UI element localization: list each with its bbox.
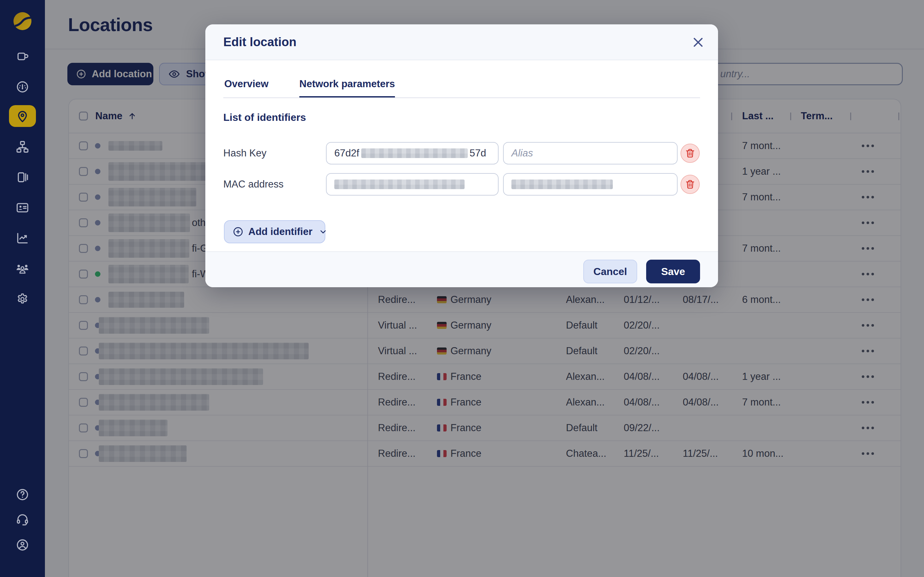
alias-placeholder: Alias: [511, 147, 533, 159]
tab-label: Overview: [224, 78, 268, 89]
chart-icon[interactable]: [15, 231, 29, 245]
people-icon[interactable]: [15, 261, 29, 276]
identifier-row-hashkey: Hash Key 67d2f 57d Alias: [223, 142, 700, 164]
brand-logo[interactable]: [13, 12, 31, 30]
help-icon[interactable]: [15, 488, 29, 502]
section-title: List of identifiers: [223, 111, 700, 123]
close-icon[interactable]: [691, 35, 705, 49]
alias-input[interactable]: Alias: [503, 142, 678, 164]
delete-identifier-button[interactable]: [680, 175, 700, 194]
save-button[interactable]: Save: [646, 259, 700, 284]
tabs-baseline: [223, 97, 700, 98]
tab-overview[interactable]: Overview: [224, 78, 268, 98]
mac-address-input[interactable]: [326, 173, 499, 195]
mug-icon[interactable]: [15, 49, 29, 63]
cancel-button[interactable]: Cancel: [583, 259, 637, 284]
edit-location-modal: Edit location Overview Network parameter…: [205, 24, 718, 287]
delete-identifier-button[interactable]: [680, 143, 700, 163]
modal-tabs: Overview Network parameters: [223, 60, 700, 98]
app-screen: Locations Add location Show untry... Nam…: [0, 0, 924, 577]
location-pin-icon: [15, 109, 29, 123]
sitemap-icon[interactable]: [15, 140, 29, 154]
user-circle-icon[interactable]: [15, 538, 29, 552]
id-card-icon[interactable]: [15, 201, 29, 215]
trash-icon: [684, 179, 696, 190]
tab-network-parameters[interactable]: Network parameters: [299, 78, 395, 98]
sidebar-item-locations-active[interactable]: [9, 105, 36, 127]
plus-circle-icon: [232, 226, 244, 237]
gear-icon[interactable]: [15, 292, 29, 306]
redacted-value: [361, 148, 468, 158]
hash-value-prefix: 67d2f: [334, 147, 359, 159]
hash-value-suffix: 57d: [470, 147, 486, 159]
add-identifier-button[interactable]: Add identifier: [224, 220, 325, 243]
redacted-value: [334, 179, 465, 189]
chevron-down-icon: [318, 227, 328, 237]
modal-footer: Cancel Save: [205, 251, 718, 287]
hash-key-input[interactable]: 67d2f 57d: [326, 142, 499, 164]
field-label: Hash Key: [223, 147, 266, 159]
tab-label: Network parameters: [299, 78, 395, 89]
gauge-icon[interactable]: [15, 80, 29, 94]
doors-icon[interactable]: [15, 170, 29, 184]
field-label: MAC address: [223, 179, 284, 190]
add-identifier-label: Add identifier: [248, 226, 312, 237]
sidebar: [0, 0, 45, 577]
modal-title: Edit location: [223, 35, 296, 49]
mac-alias-input[interactable]: [503, 173, 678, 195]
identifier-row-mac: MAC address: [223, 173, 700, 195]
redacted-value: [511, 179, 613, 189]
headset-icon[interactable]: [15, 513, 29, 527]
modal-header: Edit location: [205, 24, 718, 60]
trash-icon: [684, 147, 696, 159]
